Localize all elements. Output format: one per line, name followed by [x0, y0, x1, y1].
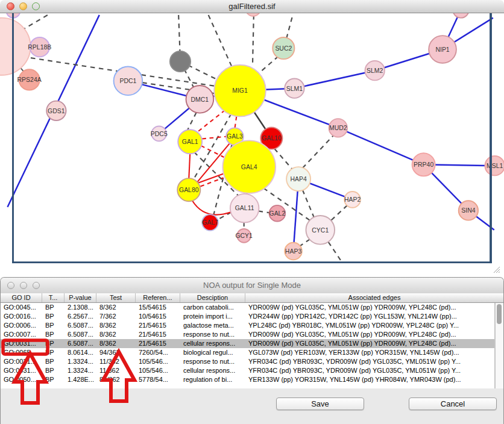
table-cell: BP	[42, 348, 65, 357]
table-scrollbar[interactable]	[495, 303, 503, 388]
zoom-button-inactive[interactable]	[33, 282, 40, 289]
network-edge-dashed	[258, 211, 269, 213]
table-row[interactable]: GO:0006...BP6.5087...8/36221/54615galact…	[1, 321, 494, 330]
canvas-border	[12, 13, 14, 263]
table-cell: 1.428E...	[65, 375, 96, 384]
table-cell: 8/362	[96, 321, 136, 330]
table-cell: YDR009W (pd) YGL035C, YML051W (pp) YDR00…	[245, 339, 494, 348]
table-row[interactable]: GO:0031...BP1.3324...11/362105/546...cel…	[1, 366, 494, 375]
column-header-desciption[interactable]: Desciption	[180, 293, 245, 302]
table-row[interactable]: GO:0050...BP1.428E...80/3625778/54...reg…	[1, 375, 494, 384]
table-cell: GO:0031...	[1, 366, 42, 375]
node-label: GDS1	[48, 108, 65, 114]
network-edge-red	[192, 201, 231, 214]
network-graph: RPL18BRPS24AGDS1PDC1DMC1MIG1SUC2SLM1SLM2…	[0, 13, 504, 276]
minimize-button[interactable]	[19, 2, 27, 10]
table-cell: YDR009W (pd) YGL035C, YML051W (pp) YDR00…	[245, 330, 494, 339]
network-edge-red-dashed	[200, 178, 223, 186]
network-node[interactable]	[0, 18, 31, 75]
table-row[interactable]: GO:0031...BP1.3324...11/362105/546...res…	[1, 357, 494, 366]
network-node[interactable]	[453, 13, 469, 18]
table-row[interactable]: GO:0016...BP6.2567...7/36210/54615protei…	[1, 312, 494, 321]
resize-grip-icon[interactable]	[491, 266, 500, 273]
network-edge-red-dashed	[202, 137, 226, 139]
table-cell: 21/54615	[136, 330, 180, 339]
table-cell: 6.2567...	[65, 312, 96, 321]
node-label: GAL3	[227, 133, 243, 140]
network-window-title: galFiltered.sif	[0, 0, 504, 13]
network-window: galFiltered.sif RPL18BRPS24AGDS1PDC1DMC1…	[0, 0, 504, 276]
network-edge-dashed	[187, 113, 196, 131]
table-row[interactable]: GO:0031...BP6.5087...8/36221/54615cellul…	[1, 339, 494, 348]
node-label: GCY1	[235, 232, 253, 239]
node-label: PRP40	[414, 161, 433, 168]
network-edge-dashed	[253, 15, 254, 66]
zoom-button[interactable]	[32, 2, 40, 10]
node-label: MIG1	[232, 87, 248, 94]
table-cell: BP	[42, 321, 65, 330]
network-edge-red	[189, 154, 190, 178]
column-header-test[interactable]: Test	[96, 293, 136, 302]
save-button[interactable]: Save	[276, 398, 364, 410]
table-cell: cellular respons...	[180, 366, 245, 375]
network-edge-dashed	[286, 15, 292, 39]
node-label: GAL11	[235, 205, 254, 211]
table-cell: YER133W (pp) YOR315W, YNL145W (pd) YHR08…	[245, 375, 494, 384]
table-cell: 105/546...	[136, 366, 180, 375]
node-label: SIN4	[461, 207, 475, 214]
table-row[interactable]: GO:0065...BP8.0614...94/3627260/54...bio…	[1, 348, 494, 357]
table-row[interactable]: GO:0045...BP2.1308...8/36215/54615carbon…	[1, 303, 494, 312]
table-cell: 5778/54...	[136, 375, 180, 384]
table-row[interactable]: GO:0007...BP6.5087...8/36221/54615respon…	[1, 330, 494, 339]
network-window-titlebar[interactable]: galFiltered.sif	[0, 0, 504, 13]
table-cell: 7260/54...	[136, 348, 180, 357]
column-header-go-id[interactable]: GO ID	[1, 293, 42, 302]
table-cell: GO:0031...	[1, 339, 42, 348]
table-cell: 11/362	[96, 357, 136, 366]
network-edge-blue	[338, 128, 424, 164]
table-cell: protein import i...	[180, 312, 245, 321]
table-cell: BP	[42, 339, 65, 348]
network-node[interactable]	[170, 51, 191, 72]
table-cell: response to nut...	[180, 330, 245, 339]
node-label: RPL18B	[28, 44, 51, 51]
noa-window-titlebar[interactable]: NOA output for Single Mode	[1, 278, 503, 294]
cancel-button[interactable]: Cancel	[409, 398, 497, 410]
column-header-t-[interactable]: T...	[42, 293, 65, 302]
table-cell: GO:0050...	[1, 375, 42, 384]
table-cell: 80/362	[96, 375, 136, 384]
table-cell: carbon cataboli...	[180, 303, 245, 312]
node-label: SLM2	[367, 67, 383, 74]
network-edge-dashed	[299, 239, 310, 246]
table-cell: GO:0045...	[1, 303, 42, 312]
scrollbar-thumb[interactable]	[497, 304, 502, 324]
table-cell: galactose meta...	[180, 321, 245, 330]
table-cell: biological regul...	[180, 348, 245, 357]
minimize-button-inactive[interactable]	[20, 282, 27, 289]
noa-window-title: NOA output for Single Mode	[203, 281, 301, 290]
canvas-border	[490, 13, 492, 263]
column-header-associated-edges[interactable]: Associated edges	[245, 293, 503, 302]
node-label: GAL80	[179, 187, 199, 193]
network-node[interactable]	[246, 13, 261, 16]
node-label: HAP2	[344, 196, 361, 203]
table-cell: GO:0031...	[1, 357, 42, 366]
table-cell: 21/54615	[136, 339, 180, 348]
node-label: SLM1	[286, 86, 303, 92]
network-edge-dashed	[274, 149, 292, 170]
table-header-row: GO IDT...P-valueTestReferen...Desciption…	[1, 293, 503, 303]
network-edge-dashed	[330, 205, 347, 221]
column-header-p-value[interactable]: P-value	[65, 293, 96, 302]
node-label: RPS24A	[17, 76, 42, 83]
network-edge-dashed	[209, 15, 233, 69]
network-canvas[interactable]: RPL18BRPS24AGDS1PDC1DMC1MIG1SUC2SLM1SLM2…	[0, 13, 504, 276]
table-cell: BP	[42, 303, 65, 312]
close-button-inactive[interactable]	[7, 282, 14, 289]
column-header-referen-[interactable]: Referen...	[136, 293, 180, 302]
table-cell: BP	[42, 375, 65, 384]
network-edge-dashed	[21, 15, 48, 31]
table-cell: 8.0614...	[65, 348, 96, 357]
table-cell: GO:0007...	[1, 330, 42, 339]
close-button[interactable]	[7, 2, 14, 10]
table-cell: 21/54615	[136, 321, 180, 330]
